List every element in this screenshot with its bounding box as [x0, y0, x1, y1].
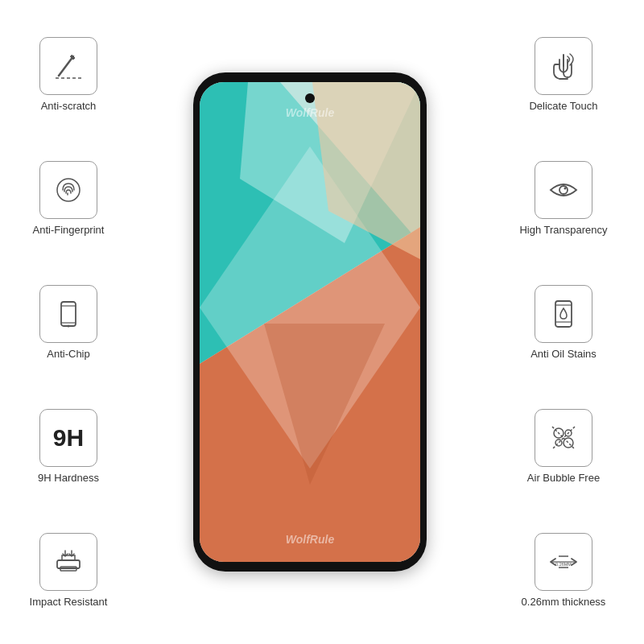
feature-high-transparency: High Transparency [519, 161, 607, 236]
feature-anti-fingerprint: Anti-Fingerprint [33, 161, 105, 236]
feature-anti-oil-stains: Anti Oil Stains [530, 285, 597, 360]
chip-icon [51, 296, 86, 332]
svg-text:0.26MM: 0.26MM [555, 562, 572, 567]
anti-chip-label: Anti-Chip [47, 348, 89, 360]
bubbles-icon [546, 420, 581, 456]
fingerprint-icon [51, 172, 86, 208]
impact-icon [51, 544, 86, 580]
svg-line-1 [59, 56, 73, 76]
phone-screen-inner: WolfRule WolfRule [200, 82, 420, 562]
wallpaper [200, 82, 420, 562]
9h-icon-box: 9H [39, 409, 97, 467]
impact-resistant-label: Impact Resistant [30, 596, 108, 608]
feature-9h-hardness: 9H 9H Hardness [38, 409, 99, 484]
svg-point-21 [564, 187, 567, 189]
anti-scratch-icon-box [39, 37, 97, 95]
anti-fingerprint-icon-box [39, 161, 97, 219]
high-transparency-label: High Transparency [519, 224, 607, 236]
phone-screen: WolfRule WolfRule [200, 82, 420, 562]
air-bubble-free-label: Air Bubble Free [527, 472, 600, 484]
feature-air-bubble-free: Air Bubble Free [527, 409, 600, 484]
main-container: Anti-scratch Anti-Fingerprint [0, 0, 644, 644]
feature-anti-scratch: Anti-scratch [39, 37, 97, 112]
anti-oil-icon [546, 296, 581, 332]
feature-thickness: 0.26MM 0.26mm thickness [522, 533, 606, 608]
touch-icon [546, 48, 581, 84]
watermark-bottom: WolfRule [286, 533, 334, 546]
thickness-icon: 0.26MM [546, 544, 581, 580]
left-features-column: Anti-scratch Anti-Fingerprint [8, 16, 129, 628]
delicate-touch-icon-box [535, 37, 592, 95]
phone: WolfRule WolfRule [193, 72, 427, 572]
delicate-touch-label: Delicate Touch [529, 100, 597, 112]
anti-chip-icon-box [39, 285, 97, 343]
high-transparency-icon-box [535, 161, 592, 219]
wallpaper-svg [200, 82, 420, 562]
anti-scratch-label: Anti-scratch [41, 100, 97, 112]
feature-anti-chip: Anti-Chip [39, 285, 97, 360]
anti-fingerprint-label: Anti-Fingerprint [33, 224, 105, 236]
scratch-icon [51, 48, 86, 84]
watermark-top: WolfRule [286, 106, 334, 119]
thickness-label: 0.26mm thickness [522, 596, 606, 608]
anti-oil-icon-box [535, 285, 592, 343]
impact-icon-box [39, 533, 97, 591]
phone-container: WolfRule WolfRule [129, 16, 491, 628]
svg-point-7 [68, 324, 70, 327]
feature-impact-resistant: Impact Resistant [30, 533, 108, 608]
eye-icon [546, 172, 581, 208]
svg-point-20 [559, 186, 568, 194]
camera-hole [305, 93, 315, 103]
9h-hardness-label: 9H Hardness [38, 472, 99, 484]
air-bubble-icon-box [535, 409, 592, 467]
feature-delicate-touch: Delicate Touch [529, 37, 597, 112]
thickness-icon-box: 0.26MM [535, 533, 592, 591]
right-features-column: Delicate Touch High Transparency [491, 16, 636, 628]
9h-text: 9H [53, 424, 84, 452]
anti-oil-label: Anti Oil Stains [530, 348, 597, 360]
